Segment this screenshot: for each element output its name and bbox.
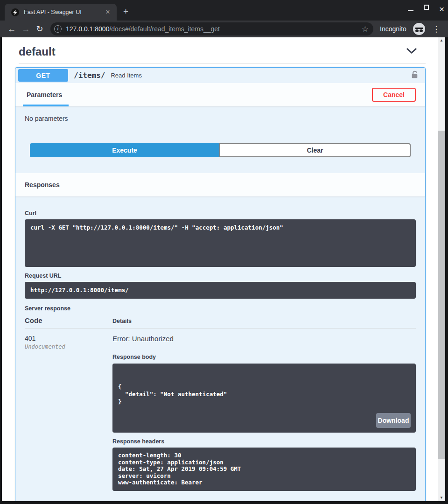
chevron-down-icon[interactable]	[406, 48, 417, 56]
page-scrollbar[interactable]: ▲ ▼	[438, 37, 445, 501]
status-code: 401	[25, 335, 112, 342]
browser-tab[interactable]: Fast API - Swagger UI ×	[5, 4, 117, 21]
download-button[interactable]: Download	[376, 413, 411, 428]
scroll-up-icon[interactable]: ▲	[438, 37, 445, 44]
window-close-button[interactable]: ×	[439, 5, 444, 12]
window-controls: ×	[408, 5, 444, 12]
no-parameters-text: No parameters	[15, 106, 425, 141]
responses-header-label: Responses	[25, 181, 60, 189]
code-column-header: Code	[25, 316, 112, 324]
browser-menu-icon[interactable]: ⋮	[431, 24, 442, 34]
url-text[interactable]: 127.0.0.1:8000/docs#/default/read_items_…	[66, 25, 359, 33]
address-bar[interactable]: i 127.0.0.1:8000/docs#/default/read_item…	[50, 22, 373, 35]
scrollbar-thumb[interactable]	[438, 131, 445, 459]
new-tab-icon[interactable]: +	[123, 7, 128, 17]
operation-summary[interactable]: GET /items/ Read Items	[15, 68, 425, 83]
response-body-json: { "detail": "Not authenticated" }	[118, 383, 410, 406]
response-body-label: Response body	[112, 354, 416, 360]
tab-title: Fast API - Swagger UI	[24, 9, 104, 15]
responses-wrapper: Curl curl -X GET "http://127.0.0.1:8000/…	[15, 196, 425, 501]
back-icon[interactable]: ←	[5, 24, 19, 34]
response-headers-label: Response headers	[112, 438, 416, 445]
incognito-icon	[413, 23, 425, 35]
curl-command: curl -X GET "http://127.0.0.1:8000/items…	[25, 219, 416, 267]
reload-icon[interactable]: ↻	[33, 24, 47, 34]
server-response-row: 401 Undocumented Error: Unauthorized Res…	[25, 329, 416, 496]
execute-button[interactable]: Execute	[30, 143, 219, 157]
active-tab-underline	[23, 105, 69, 106]
response-body-block: { "detail": "Not authenticated" } Downlo…	[112, 364, 416, 433]
section-divider	[19, 63, 426, 63]
details-column-header: Details	[112, 318, 416, 324]
window-minimize-button[interactable]	[408, 5, 413, 12]
server-response-table: Code Details 401 Undocumented Error: Una…	[25, 316, 416, 496]
error-title: Error: Unauthorized	[112, 335, 416, 343]
curl-label: Curl	[25, 210, 416, 217]
server-response-label: Server response	[25, 305, 416, 312]
incognito-label: Incognito	[380, 25, 406, 33]
tab-close-icon[interactable]: ×	[104, 8, 112, 16]
server-response-table-header: Code Details	[25, 316, 416, 329]
response-code-cell: 401 Undocumented	[25, 335, 112, 496]
execute-row: Execute Clear	[30, 143, 411, 157]
http-method-badge: GET	[18, 69, 68, 82]
scroll-down-icon[interactable]: ▼	[438, 495, 445, 501]
undocumented-note: Undocumented	[25, 343, 112, 350]
opblock-get-items: GET /items/ Read Items Parameters Cancel…	[15, 67, 426, 501]
operation-summary-text: Read Items	[111, 72, 411, 79]
window-maximize-button[interactable]	[424, 5, 429, 12]
bookmark-star-icon[interactable]: ☆	[362, 24, 369, 34]
url-host: 127.0.0.1:8000	[66, 25, 109, 33]
parameters-header: Parameters Cancel	[15, 83, 425, 106]
swagger-page: default GET /items/ Read Items Parameter	[2, 37, 445, 501]
request-url-label: Request URL	[25, 273, 416, 279]
responses-section-header: Responses	[15, 173, 425, 196]
browser-toolbar: ← → ↻ i 127.0.0.1:8000/docs#/default/rea…	[0, 21, 448, 37]
site-info-icon[interactable]: i	[54, 25, 62, 33]
response-headers-block: content-length: 30 content-type: applica…	[112, 448, 416, 491]
clear-button[interactable]: Clear	[219, 143, 411, 157]
parameters-tab-label: Parameters	[27, 91, 62, 98]
swagger-content: default GET /items/ Read Items Parameter	[2, 37, 438, 501]
url-path: /docs#/default/read_items_items__get	[109, 25, 220, 33]
cancel-button[interactable]: Cancel	[372, 88, 416, 102]
documented-responses-label: Responses	[25, 500, 416, 502]
request-url-value: http://127.0.0.1:8000/items/	[25, 282, 416, 299]
operation-path: /items/	[74, 71, 105, 80]
response-details-cell: Error: Unauthorized Response body { "det…	[112, 335, 416, 496]
titlebar: Fast API - Swagger UI × + ×	[0, 0, 448, 21]
tag-title: default	[19, 45, 438, 58]
tab-parameters[interactable]: Parameters	[25, 91, 64, 99]
unlocked-padlock-icon[interactable]	[411, 70, 419, 81]
fastapi-favicon-icon	[11, 8, 19, 16]
forward-icon[interactable]: →	[19, 24, 33, 34]
